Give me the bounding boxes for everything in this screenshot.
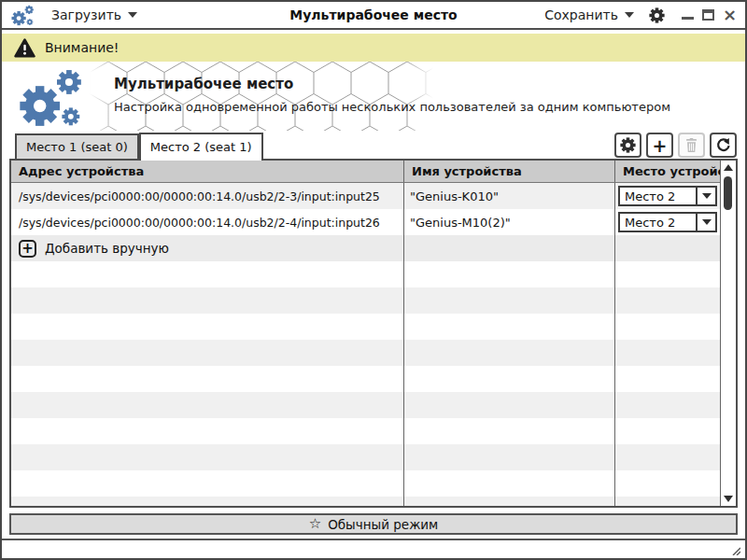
empty-row xyxy=(11,366,720,392)
column-header-seat: Место устройства xyxy=(614,161,720,182)
close-button[interactable]: × xyxy=(723,7,737,22)
app-window: Загрузить Мультирабочее место Сохранить … xyxy=(0,0,747,560)
scrollbar-thumb[interactable] xyxy=(724,176,732,210)
toolbar: + xyxy=(614,133,737,158)
page-subtitle: Настройка одновременной работы нескольки… xyxy=(114,100,670,114)
empty-row xyxy=(11,340,720,366)
seat-select-value: Место 2 xyxy=(620,216,696,230)
hexagon-pattern xyxy=(90,62,433,131)
device-address: /sys/devices/pci0000:00/0000:00:14.0/usb… xyxy=(11,183,403,209)
warning-text: Внимание! xyxy=(45,40,119,55)
maximize-button[interactable] xyxy=(702,9,714,21)
normal-mode-button[interactable]: ☆ Обычный режим xyxy=(9,513,738,535)
load-menu-label: Загрузить xyxy=(51,7,121,22)
dropdown-button[interactable] xyxy=(696,188,715,204)
column-header-address: Адрес устройства xyxy=(11,161,403,182)
table-header: Адрес устройства Имя устройства Место ус… xyxy=(11,161,720,183)
app-logo-gears-icon xyxy=(10,4,35,27)
chevron-down-icon xyxy=(128,12,137,18)
empty-row xyxy=(11,497,720,506)
device-name: "Genius-K010" xyxy=(403,183,614,209)
empty-row xyxy=(11,392,720,418)
page-header: Мультирабочее место Настройка одновремен… xyxy=(2,62,745,131)
page-title: Мультирабочее место xyxy=(114,76,293,92)
scroll-up-arrow-icon[interactable] xyxy=(721,164,736,171)
configure-button[interactable] xyxy=(614,133,641,158)
device-name: "Genius-M10(2)" xyxy=(403,209,614,235)
empty-row xyxy=(11,418,720,444)
empty-row xyxy=(11,261,720,287)
add-manually-row[interactable]: + Добавить вручную xyxy=(11,235,720,261)
scroll-down-arrow-icon[interactable] xyxy=(721,496,736,502)
load-menu[interactable]: Загрузить xyxy=(51,7,137,22)
save-menu[interactable]: Сохранить xyxy=(544,7,634,22)
star-icon: ☆ xyxy=(309,517,321,531)
trash-icon xyxy=(684,138,698,153)
empty-row xyxy=(11,314,720,340)
app-logo-gears-icon xyxy=(14,65,89,131)
tab-seat-1-label: Место 2 (seat 1) xyxy=(150,140,252,154)
warning-bar: Внимание! xyxy=(2,34,745,62)
status-bar xyxy=(2,539,745,558)
add-manually-label: Добавить вручную xyxy=(45,241,169,256)
seat-select[interactable]: Место 2 xyxy=(618,186,717,206)
dropdown-button[interactable] xyxy=(696,214,715,231)
plus-icon: + xyxy=(19,240,36,258)
minimize-button[interactable] xyxy=(682,17,694,20)
resize-grip-icon[interactable] xyxy=(729,544,740,555)
chevron-down-icon xyxy=(702,193,712,199)
column-header-name: Имя устройства xyxy=(403,161,614,182)
chevron-down-icon xyxy=(702,219,712,225)
tab-seat-0[interactable]: Место 1 (seat 0) xyxy=(15,133,139,159)
add-button[interactable]: + xyxy=(646,133,673,158)
gear-icon xyxy=(620,137,636,153)
plus-icon: + xyxy=(653,135,668,156)
empty-row xyxy=(11,470,720,497)
tab-seat-0-label: Место 1 (seat 0) xyxy=(26,140,128,154)
normal-mode-label: Обычный режим xyxy=(328,517,438,532)
table-row[interactable]: /sys/devices/pci0000:00/0000:00:14.0/usb… xyxy=(11,209,720,235)
empty-row xyxy=(11,287,720,314)
device-table-panel: Адрес устройства Имя устройства Место ус… xyxy=(9,159,738,508)
save-menu-label: Сохранить xyxy=(544,7,618,22)
settings-gear-icon[interactable] xyxy=(649,7,665,23)
reset-button[interactable] xyxy=(710,133,737,158)
tab-bar: Место 1 (seat 0) Место 2 (seat 1) + xyxy=(2,131,745,159)
empty-row xyxy=(11,444,720,470)
vertical-scrollbar[interactable] xyxy=(720,161,736,506)
chevron-down-icon xyxy=(625,12,634,18)
seat-select-value: Место 2 xyxy=(620,189,696,203)
reset-reload-icon xyxy=(715,137,731,153)
warning-triangle-icon xyxy=(14,38,35,58)
delete-button[interactable] xyxy=(678,133,705,158)
title-bar: Загрузить Мультирабочее место Сохранить … xyxy=(2,2,745,30)
table-body: /sys/devices/pci0000:00/0000:00:14.0/usb… xyxy=(11,183,720,506)
seat-select[interactable]: Место 2 xyxy=(618,212,717,232)
table-row[interactable]: /sys/devices/pci0000:00/0000:00:14.0/usb… xyxy=(11,183,720,209)
device-address: /sys/devices/pci0000:00/0000:00:14.0/usb… xyxy=(11,209,403,235)
tab-seat-1[interactable]: Место 2 (seat 1) xyxy=(139,133,263,161)
